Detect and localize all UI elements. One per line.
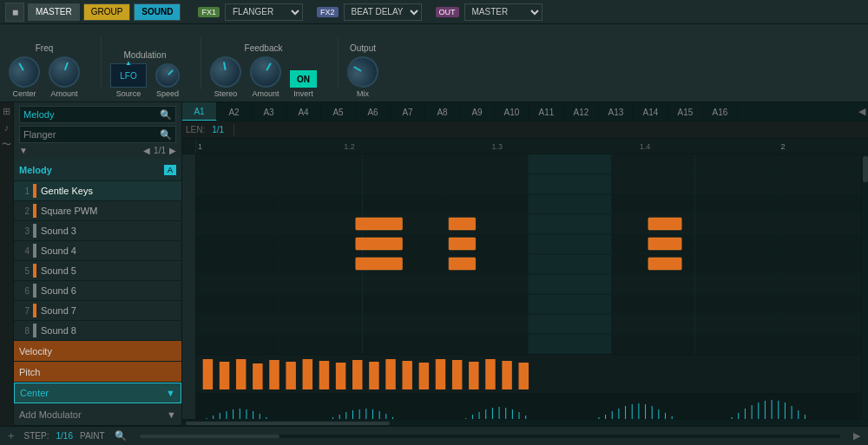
- track-item-8[interactable]: 8 Sound 8: [14, 321, 181, 341]
- svg-rect-87: [385, 414, 386, 419]
- tab-group[interactable]: GROUP: [83, 3, 131, 21]
- track-item-4[interactable]: 4 Sound 4: [14, 241, 181, 261]
- pattern-tab-a12[interactable]: A12: [564, 102, 599, 121]
- expand-btn[interactable]: ▼: [19, 146, 28, 155]
- velocity-label: Velocity: [14, 341, 181, 362]
- pattern-tab-a16[interactable]: A16: [703, 102, 738, 121]
- svg-rect-122: [618, 409, 619, 419]
- mix-knob[interactable]: [341, 50, 384, 93]
- search-icon-1[interactable]: 🔍: [160, 109, 172, 121]
- pattern-tab-a8[interactable]: A8: [425, 102, 460, 121]
- svg-rect-146: [778, 401, 779, 419]
- search-icon-2[interactable]: 🔍: [160, 129, 172, 141]
- stereo-knob[interactable]: [207, 54, 244, 90]
- pattern-tab-a1[interactable]: A1: [182, 102, 217, 121]
- pattern-tab-a14[interactable]: A14: [634, 102, 668, 121]
- track-item-6[interactable]: 6 Sound 6: [14, 281, 181, 301]
- pattern-tab-a9[interactable]: A9: [460, 102, 495, 121]
- center-select-row[interactable]: Center ▼: [14, 383, 181, 403]
- track-item-7[interactable]: 7 Sound 7: [14, 301, 181, 321]
- track-item-1[interactable]: 1 Gentle Keys: [14, 181, 181, 201]
- source-label: Source: [116, 89, 141, 98]
- track-name-7: Sound 7: [41, 305, 178, 316]
- svg-rect-30: [356, 218, 403, 230]
- grid-icon[interactable]: ⊞: [3, 106, 10, 117]
- status-bar: + STEP: 1/16 PAINT 🔍 ▶: [0, 426, 868, 445]
- svg-rect-142: [752, 405, 753, 419]
- fx2-select[interactable]: BEAT DELAY: [344, 3, 422, 21]
- prev-btn[interactable]: ◀: [143, 146, 150, 155]
- svg-rect-47: [336, 363, 345, 389]
- speed-knob[interactable]: [150, 58, 185, 93]
- svg-rect-140: [738, 413, 739, 419]
- grid-canvas[interactable]: [196, 154, 861, 419]
- vertical-scrollbar[interactable]: [861, 154, 868, 419]
- pattern-tab-a4[interactable]: A4: [286, 102, 321, 121]
- svg-rect-34: [449, 238, 476, 250]
- freq-amount-knob[interactable]: [44, 52, 84, 92]
- len-value[interactable]: 1/1: [212, 125, 224, 134]
- piano-icon[interactable]: ♪: [4, 122, 10, 133]
- instrument-type-row[interactable]: 🔍: [19, 126, 176, 143]
- freq-label: Freq: [36, 43, 54, 53]
- pattern-tab-a3[interactable]: A3: [252, 102, 286, 121]
- svg-rect-67: [253, 411, 253, 419]
- add-modulator-row[interactable]: Add Modulator ▼: [14, 403, 181, 426]
- lfo-arrow: ▲: [125, 59, 132, 67]
- add-track-btn[interactable]: +: [5, 429, 17, 442]
- ruler-mark-13: 1.3: [492, 142, 503, 151]
- invert-toggle[interactable]: ON: [290, 70, 317, 88]
- out-tag: OUT: [436, 7, 459, 17]
- track-list-header: Melody A: [14, 159, 181, 181]
- svg-rect-101: [479, 412, 480, 419]
- svg-rect-35: [648, 238, 681, 250]
- instrument-type-input[interactable]: [23, 129, 160, 140]
- pattern-tab-a13[interactable]: A13: [599, 102, 634, 121]
- out-select[interactable]: MASTER: [464, 3, 542, 21]
- pattern-tab-a6[interactable]: A6: [356, 102, 391, 121]
- feedback-amount-item: Amount: [250, 56, 281, 98]
- track-name-1: Gentle Keys: [41, 186, 178, 196]
- center-dropdown-arrow[interactable]: ▼: [166, 388, 175, 398]
- track-list-name: Melody: [19, 165, 161, 175]
- fx1-select[interactable]: FLANGER: [225, 3, 303, 21]
- step-value[interactable]: 1/16: [56, 431, 73, 441]
- pattern-tab-a11[interactable]: A11: [529, 102, 564, 121]
- instrument-name-input[interactable]: [23, 109, 160, 120]
- horizontal-scrollbar[interactable]: [182, 419, 868, 426]
- svg-rect-66: [246, 409, 247, 419]
- center-label: Center: [20, 388, 166, 398]
- fx1-tag: FX1: [198, 7, 220, 17]
- tab-master[interactable]: MASTER: [28, 3, 80, 21]
- svg-rect-148: [792, 406, 792, 419]
- pattern-tab-a15[interactable]: A15: [668, 102, 703, 121]
- track-num-1: 1: [17, 187, 30, 196]
- pattern-tab-a5[interactable]: A5: [321, 102, 356, 121]
- wave-icon[interactable]: 〜: [2, 138, 11, 151]
- pattern-tab-a10[interactable]: A10: [495, 102, 529, 121]
- svg-rect-88: [392, 417, 393, 419]
- track-color-8: [33, 324, 36, 337]
- track-item-5[interactable]: 5 Sound 5: [14, 261, 181, 281]
- pattern-tab-a2[interactable]: A2: [217, 102, 252, 121]
- next-btn[interactable]: ▶: [169, 146, 176, 155]
- svg-rect-144: [765, 401, 766, 419]
- tab-sound[interactable]: SOUND: [134, 3, 181, 21]
- output-group: Output Mix: [347, 43, 378, 98]
- pattern-tab-a7[interactable]: A7: [391, 102, 425, 121]
- track-item-3[interactable]: 3 Sound 3: [14, 221, 181, 241]
- track-badge[interactable]: A: [164, 165, 176, 175]
- paint-search-btn[interactable]: 🔍: [112, 430, 129, 442]
- svg-rect-124: [632, 404, 633, 419]
- instrument-name-row[interactable]: 🔍: [19, 106, 176, 123]
- freq-amount-label: Amount: [50, 89, 77, 98]
- track-name-8: Sound 8: [41, 325, 178, 336]
- lfo-box[interactable]: ▲ LFO: [110, 63, 147, 88]
- track-item-2[interactable]: 2 Square PWM: [14, 201, 181, 221]
- center-knob[interactable]: [3, 50, 45, 93]
- svg-rect-130: [672, 416, 673, 419]
- tab-scroll-right[interactable]: ◀: [856, 102, 868, 121]
- feedback-amount-knob[interactable]: [244, 50, 286, 93]
- scroll-right-btn[interactable]: ▶: [851, 430, 863, 442]
- add-modulator-arrow[interactable]: ▼: [167, 409, 176, 420]
